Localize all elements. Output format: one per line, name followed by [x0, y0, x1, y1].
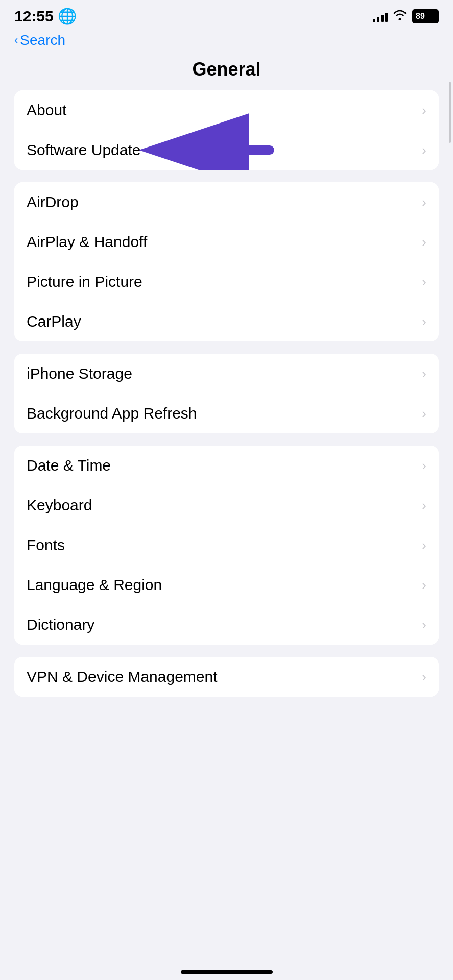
- globe-icon: 🌐: [58, 7, 77, 25]
- settings-item-fonts[interactable]: Fonts ›: [14, 525, 439, 565]
- software-update-label: Software Update: [27, 141, 140, 159]
- iphone-storage-label: iPhone Storage: [27, 365, 132, 382]
- settings-group-4: Date & Time › Keyboard › Fonts › Languag…: [14, 446, 439, 645]
- settings-group-2: AirDrop › AirPlay & Handoff › Picture in…: [14, 182, 439, 341]
- settings-item-about[interactable]: About ›: [14, 90, 439, 130]
- battery-indicator: 89: [412, 9, 439, 23]
- chevron-icon: ›: [422, 537, 426, 553]
- settings-item-airplay-handoff[interactable]: AirPlay & Handoff ›: [14, 222, 439, 262]
- date-time-label: Date & Time: [27, 457, 111, 474]
- signal-bars: [373, 11, 388, 22]
- back-arrow-icon: ‹: [14, 34, 18, 47]
- settings-group-1: About › Software Update ›: [14, 90, 439, 170]
- page-title: General: [192, 59, 260, 80]
- settings-group-3: iPhone Storage › Background App Refresh …: [14, 354, 439, 433]
- chevron-icon: ›: [422, 103, 426, 118]
- chevron-icon: ›: [422, 458, 426, 474]
- settings-group-5: VPN & Device Management ›: [14, 657, 439, 697]
- wifi-icon: [393, 9, 407, 23]
- time-display: 12:55: [14, 8, 54, 25]
- settings-item-language-region[interactable]: Language & Region ›: [14, 565, 439, 605]
- battery-level: 89: [416, 12, 425, 21]
- back-label: Search: [20, 32, 65, 48]
- chevron-icon: ›: [422, 669, 426, 685]
- chevron-icon: ›: [422, 617, 426, 633]
- airplay-handoff-label: AirPlay & Handoff: [27, 233, 147, 251]
- settings-item-keyboard[interactable]: Keyboard ›: [14, 485, 439, 525]
- chevron-icon: ›: [422, 577, 426, 593]
- airdrop-label: AirDrop: [27, 193, 79, 211]
- signal-bar-1: [373, 19, 375, 22]
- scrollbar-thumb[interactable]: [449, 82, 451, 143]
- language-region-label: Language & Region: [27, 576, 162, 594]
- dictionary-label: Dictionary: [27, 616, 94, 633]
- keyboard-label: Keyboard: [27, 497, 92, 514]
- status-right: 89: [373, 9, 439, 23]
- chevron-icon: ›: [422, 498, 426, 513]
- chevron-icon: ›: [422, 274, 426, 290]
- back-nav[interactable]: ‹ Search: [0, 29, 453, 54]
- signal-bar-4: [385, 13, 388, 22]
- settings-item-dictionary[interactable]: Dictionary ›: [14, 605, 439, 645]
- chevron-icon: ›: [422, 142, 426, 158]
- status-bar: 12:55 🌐 89: [0, 0, 453, 29]
- chevron-icon: ›: [422, 366, 426, 382]
- settings-item-date-time[interactable]: Date & Time ›: [14, 446, 439, 485]
- settings-item-picture-in-picture[interactable]: Picture in Picture ›: [14, 262, 439, 302]
- settings-item-vpn-device-management[interactable]: VPN & Device Management ›: [14, 657, 439, 697]
- signal-bar-3: [381, 15, 384, 22]
- home-indicator: [181, 970, 273, 974]
- settings-item-background-app-refresh[interactable]: Background App Refresh ›: [14, 394, 439, 433]
- signal-bar-2: [377, 17, 379, 22]
- chevron-icon: ›: [422, 194, 426, 210]
- chevron-icon: ›: [422, 406, 426, 422]
- picture-in-picture-label: Picture in Picture: [27, 273, 142, 290]
- page-header: General: [0, 54, 453, 90]
- settings-item-carplay[interactable]: CarPlay ›: [14, 302, 439, 341]
- status-time: 12:55 🌐: [14, 7, 77, 25]
- chevron-icon: ›: [422, 314, 426, 330]
- chevron-icon: ›: [422, 234, 426, 250]
- annotation-arrow: [127, 130, 280, 170]
- fonts-label: Fonts: [27, 536, 65, 554]
- settings-item-software-update[interactable]: Software Update ›: [14, 130, 439, 170]
- vpn-device-management-label: VPN & Device Management: [27, 668, 218, 685]
- scrollbar-track[interactable]: [448, 82, 451, 960]
- settings-item-iphone-storage[interactable]: iPhone Storage ›: [14, 354, 439, 394]
- carplay-label: CarPlay: [27, 313, 81, 330]
- about-label: About: [27, 102, 66, 119]
- background-app-refresh-label: Background App Refresh: [27, 405, 197, 422]
- settings-item-airdrop[interactable]: AirDrop ›: [14, 182, 439, 222]
